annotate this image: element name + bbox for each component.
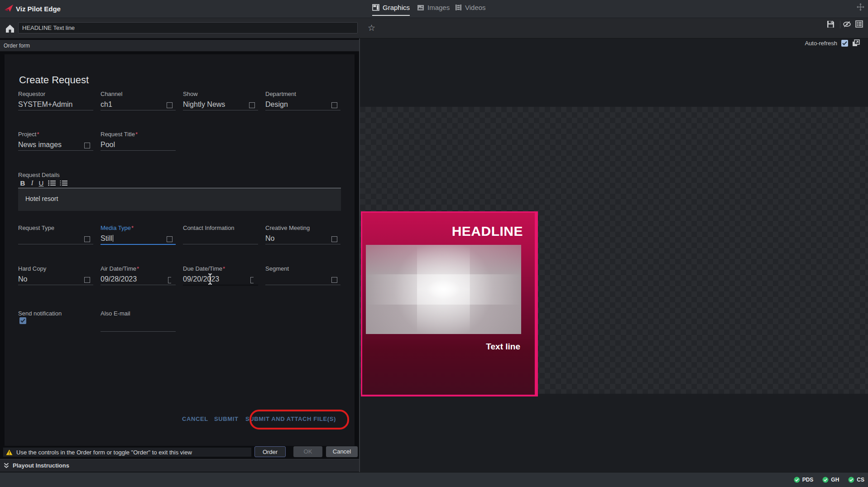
check-circle-icon — [848, 477, 854, 483]
ok-button[interactable]: OK — [293, 446, 322, 457]
auto-refresh-row: Auto-refresh — [805, 39, 860, 47]
creative-meeting-label: Creative Meeting — [265, 224, 310, 231]
cancel-link[interactable]: CANCEL — [182, 415, 208, 422]
hard-copy-field[interactable]: Hard Copy No — [18, 264, 93, 272]
project-field[interactable]: Project* News images — [18, 130, 93, 138]
order-form-panel-title: Order form — [0, 40, 359, 52]
segment-label: Segment — [265, 265, 289, 272]
segment-browse-button[interactable] — [331, 277, 337, 283]
department-field[interactable]: Department Design — [265, 90, 340, 98]
hard-copy-value[interactable]: No — [18, 275, 27, 283]
order-mode-message-text: Use the controls in the Order form or to… — [16, 449, 192, 456]
request-details-value: Hotel resort — [25, 195, 58, 202]
due-date-value[interactable]: 09/20/2023 — [183, 275, 219, 283]
graphic-textline-text: Text line — [486, 342, 520, 352]
send-notification-field: Send notification — [18, 309, 100, 317]
graphic-preview-card: HEADLINE Text line — [361, 211, 538, 396]
favorite-star-icon[interactable]: ☆ — [368, 23, 375, 33]
department-value[interactable]: Design — [265, 100, 288, 109]
tab-graphics-label: Graphics — [383, 4, 410, 11]
requestor-field[interactable]: Requestor SYSTEM+Admin — [18, 90, 93, 98]
bullet-list-icon[interactable] — [48, 180, 56, 186]
request-type-label: Request Type — [18, 224, 54, 231]
bold-icon[interactable]: B — [19, 179, 26, 187]
check-circle-icon — [794, 477, 800, 483]
submit-and-attach-link[interactable]: SUBMIT AND ATTACH FILE(S) — [245, 415, 336, 422]
department-browse-button[interactable] — [331, 102, 337, 108]
air-date-picker-icon[interactable] — [168, 277, 171, 283]
segment-field[interactable]: Segment — [265, 264, 340, 272]
template-toolbar: ☆ — [0, 18, 868, 38]
graphic-image-placeholder — [366, 245, 521, 334]
air-date-value[interactable]: 09/28/2023 — [101, 275, 137, 283]
move-window-icon[interactable] — [857, 3, 864, 11]
project-browse-button[interactable] — [84, 143, 90, 148]
due-date-picker-icon[interactable] — [250, 277, 254, 283]
save-icon[interactable] — [827, 20, 834, 28]
show-browse-button[interactable] — [249, 102, 255, 108]
request-title-value[interactable]: Pool — [101, 141, 115, 149]
app-title: Viz Pilot Edge — [16, 5, 61, 13]
order-form-panel-icon[interactable] — [855, 20, 863, 28]
hard-copy-label: Hard Copy — [18, 265, 46, 272]
home-icon[interactable] — [5, 24, 15, 33]
creative-meeting-field[interactable]: Creative Meeting No — [265, 224, 340, 232]
also-email-field[interactable]: Also E-mail — [101, 309, 176, 317]
media-type-browse-button[interactable] — [167, 236, 173, 242]
due-date-field[interactable]: Due Date/Time* 09/20/2023 — [183, 264, 258, 272]
tab-images[interactable]: Images — [417, 0, 450, 15]
show-field[interactable]: Show Nightly News — [183, 90, 258, 98]
request-type-browse-button[interactable] — [84, 236, 90, 242]
channel-value[interactable]: ch1 — [101, 100, 112, 109]
tab-graphics[interactable]: Graphics — [372, 0, 410, 16]
underline-icon[interactable]: U — [38, 179, 44, 187]
required-marker: * — [135, 131, 138, 138]
tab-images-label: Images — [427, 4, 450, 11]
template-title-input[interactable] — [18, 22, 358, 33]
auto-refresh-label: Auto-refresh — [805, 40, 837, 47]
italic-icon[interactable]: I — [30, 179, 34, 187]
channel-label: Channel — [101, 91, 122, 97]
submit-link[interactable]: SUBMIT — [214, 415, 238, 422]
contact-information-label: Contact Information — [183, 224, 234, 231]
graphic-headline-text: HEADLINE — [452, 224, 523, 239]
order-button[interactable]: Order — [254, 446, 286, 457]
creative-meeting-browse-button[interactable] — [331, 236, 337, 242]
playout-instructions-bar[interactable]: Playout Instructions — [0, 459, 359, 472]
channel-field[interactable]: Channel ch1 — [101, 90, 176, 98]
top-bar: Viz Pilot Edge Graphics Images Videos — [0, 0, 868, 18]
due-date-label: Due Date/Time* — [183, 265, 225, 272]
send-notification-label: Send notification — [18, 310, 62, 317]
status-gh: GH — [822, 477, 839, 483]
send-notification-checkbox[interactable] — [19, 317, 26, 324]
media-type-label: Media Type* — [101, 224, 134, 231]
requestor-value[interactable]: SYSTEM+Admin — [18, 100, 72, 109]
requestor-label: Requestor — [18, 91, 45, 97]
connection-status-items: PDS GH CS — [794, 473, 864, 487]
air-date-field[interactable]: Air Date/Time* 09/28/2023 — [101, 264, 176, 272]
project-value[interactable]: News images — [18, 141, 62, 149]
chevron-double-down-icon — [4, 463, 9, 468]
open-preview-popup-icon[interactable] — [852, 39, 860, 47]
media-type-value[interactable]: Still — [101, 234, 113, 243]
creative-meeting-value[interactable]: No — [265, 234, 274, 243]
toolbar-separator — [840, 21, 840, 29]
status-pds: PDS — [794, 477, 814, 483]
numbered-list-icon[interactable] — [60, 180, 67, 186]
hide-preview-eye-slash-icon[interactable] — [843, 20, 851, 28]
hard-copy-browse-button[interactable] — [84, 277, 90, 283]
status-cs: CS — [848, 477, 864, 483]
request-title-field[interactable]: Request Title* Pool — [101, 130, 176, 138]
tab-videos[interactable]: Videos — [455, 0, 486, 15]
required-marker: * — [131, 224, 134, 231]
dialog-cancel-button[interactable]: Cancel — [326, 446, 358, 457]
request-details-textarea[interactable]: Hotel resort — [18, 188, 341, 211]
show-value[interactable]: Nightly News — [183, 100, 225, 109]
contact-information-field[interactable]: Contact Information — [183, 224, 258, 232]
auto-refresh-checkbox[interactable] — [841, 40, 848, 47]
air-date-label: Air Date/Time* — [101, 265, 139, 272]
order-form-panel: Order form Create Request Requestor SYST… — [0, 38, 360, 472]
channel-browse-button[interactable] — [167, 102, 173, 108]
request-type-field[interactable]: Request Type — [18, 224, 93, 232]
media-type-field[interactable]: Media Type* Still — [101, 224, 176, 232]
